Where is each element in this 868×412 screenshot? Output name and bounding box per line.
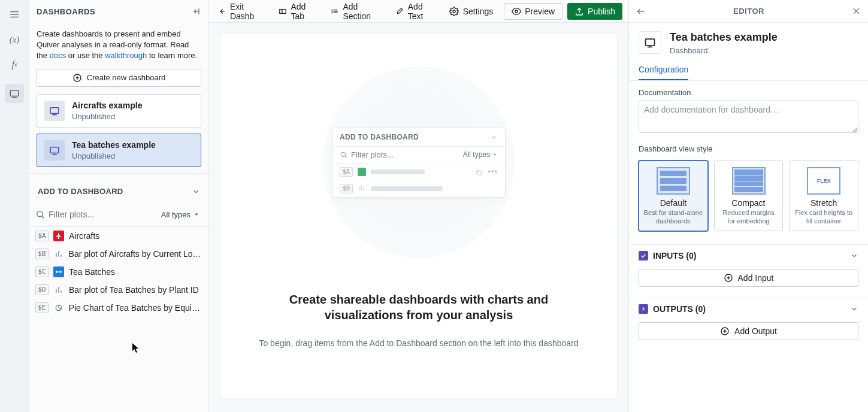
plus-circle-icon [724, 273, 733, 283]
add-to-dashboard-header: ADD TO DASHBOARD [38, 187, 123, 196]
plot-row[interactable]: $B Bar plot of Aircrafts by Current Loc… [29, 245, 208, 263]
flex-label: FLEX [807, 167, 840, 195]
left-intro-text: Create dashboards to present and embed Q… [29, 23, 208, 69]
add-section-button[interactable]: Add Section [328, 2, 385, 21]
plot-name: Pie Chart of Tea Batches by Equip… [69, 303, 202, 313]
filter-plots-input[interactable] [45, 210, 159, 219]
svg-rect-11 [50, 107, 59, 113]
inputs-icon [639, 251, 648, 260]
types-dropdown[interactable]: All types [159, 210, 202, 219]
plot-row[interactable]: $D Bar plot of Tea Batches by Plant ID [29, 281, 208, 299]
svg-point-17 [37, 211, 43, 217]
empty-state-title: Create shareable dashboards with charts … [269, 292, 568, 323]
svg-rect-14 [50, 147, 59, 153]
preview-button[interactable]: Preview [504, 3, 562, 20]
dashboard-card-selected[interactable]: Tea batches example Unpublished [37, 134, 201, 167]
mini-filter-input [351, 150, 459, 159]
publish-button[interactable]: Publish [567, 3, 622, 20]
bar-chart-icon [358, 184, 366, 193]
add-tab-button[interactable]: Add Tab [276, 2, 320, 21]
types-dropdown-label: All types [161, 210, 190, 219]
avatar-icon [358, 168, 366, 176]
menu-icon[interactable] [8, 8, 20, 20]
dashboard-card-status: Unpublished [72, 112, 143, 121]
outputs-label: OUTPUTS (0) [653, 304, 845, 314]
dashboard-card[interactable]: Aircrafts example Unpublished [37, 94, 201, 128]
plot-key-badge: $A [35, 231, 49, 241]
dashboard-icon [44, 140, 65, 160]
dashboard-icon [639, 31, 661, 54]
caret-down-icon [492, 152, 498, 157]
add-tab-label: Add Tab [291, 2, 317, 21]
edit-icon [395, 7, 404, 16]
view-style-stretch[interactable]: FLEX Stretch Flex card heights to fill c… [789, 160, 858, 231]
empty-state-card: ADD TO DASHBOARD All types $A [220, 34, 618, 399]
dashboard-card-status: Unpublished [72, 152, 156, 160]
inputs-header[interactable]: INPUTS (0) [639, 251, 858, 260]
outputs-header[interactable]: OUTPUTS (0) [639, 304, 858, 314]
plot-name: Tea Batches [69, 267, 115, 277]
plot-row[interactable]: $C Tea Batches [29, 263, 208, 281]
dashboard-icon [44, 101, 65, 121]
plot-key-badge: $B [35, 249, 49, 259]
eye-icon [512, 7, 521, 16]
editor-header-title: EDITOR [653, 7, 845, 16]
add-text-button[interactable]: Add Text [393, 2, 438, 21]
view-style-compact[interactable]: Compact Reduced margins for embedding [714, 160, 784, 231]
add-output-button[interactable]: Add Output [639, 322, 858, 340]
plot-name: Bar plot of Aircrafts by Current Loc… [69, 249, 202, 259]
docs-link[interactable]: docs [50, 51, 66, 60]
dashboards-icon[interactable] [5, 84, 24, 103]
nav-rail: (x) fx [0, 0, 29, 412]
chevron-down-icon[interactable] [192, 187, 200, 196]
add-input-button[interactable]: Add Input [639, 269, 858, 287]
editor-close-button[interactable] [852, 7, 861, 16]
left-panel-title: DASHBOARDS [37, 7, 95, 16]
documentation-input[interactable] [639, 101, 858, 133]
plot-row[interactable]: $A Aircrafts [29, 227, 208, 245]
exit-dashboards-button[interactable]: Exit Dashb [215, 2, 268, 21]
bar-chart-icon [53, 284, 64, 295]
center-area: Exit Dashb Add Tab Add Section Add Text … [209, 0, 628, 412]
function-icon[interactable]: fx [8, 59, 20, 71]
plane-icon [53, 231, 64, 241]
gear-icon [449, 7, 459, 16]
mini-types-label: All types [463, 150, 490, 159]
settings-button[interactable]: Settings [447, 7, 496, 16]
collapse-panel-icon[interactable] [192, 7, 201, 16]
bar-chart-icon [53, 249, 64, 259]
svg-rect-47 [646, 39, 655, 46]
plot-name: Bar plot of Tea Batches by Plant ID [69, 285, 199, 295]
plus-circle-icon [720, 326, 730, 336]
editor-dashboard-name: Tea batches example [670, 31, 778, 44]
search-icon [35, 210, 45, 219]
dashboard-card-title: Tea batches example [72, 140, 156, 150]
view-style-label: Dashboard view style [639, 144, 858, 153]
svg-marker-19 [195, 214, 198, 216]
skeleton-bar [371, 186, 443, 191]
plot-key-badge: $E [35, 302, 49, 313]
plot-row[interactable]: $E Pie Chart of Tea Batches by Equip… [29, 299, 208, 317]
view-style-name: Default [643, 198, 704, 208]
add-output-label: Add Output [734, 326, 777, 336]
chevron-down-icon [850, 252, 858, 260]
settings-label: Settings [463, 7, 494, 16]
svg-rect-30 [282, 9, 285, 13]
tab-icon [279, 7, 287, 16]
tab-configuration[interactable]: Configuration [639, 61, 688, 80]
view-style-desc: Best for stand-alone dashboards [643, 209, 704, 226]
view-style-default[interactable]: Default Best for stand-alone dashboards [639, 160, 708, 231]
dashboard-canvas[interactable]: ADD TO DASHBOARD All types $A [209, 23, 628, 412]
walkthrough-link[interactable]: walkthrough [105, 51, 147, 60]
empty-state-subtitle: To begin, drag items from the Add to Das… [259, 338, 578, 348]
outputs-icon [639, 304, 648, 314]
exit-label: Exit Dashb [230, 2, 265, 21]
create-dashboard-button[interactable]: Create new dashboard [37, 69, 201, 87]
svg-line-39 [345, 156, 346, 157]
editor-panel: EDITOR Tea batches example Dashboard Con… [628, 0, 868, 412]
variable-icon[interactable]: (x) [8, 34, 20, 46]
more-icon: ••• [488, 167, 498, 176]
editor-back-button[interactable] [636, 7, 646, 16]
mini-key-badge: $A [340, 167, 353, 177]
chevron-down-icon [491, 134, 498, 141]
